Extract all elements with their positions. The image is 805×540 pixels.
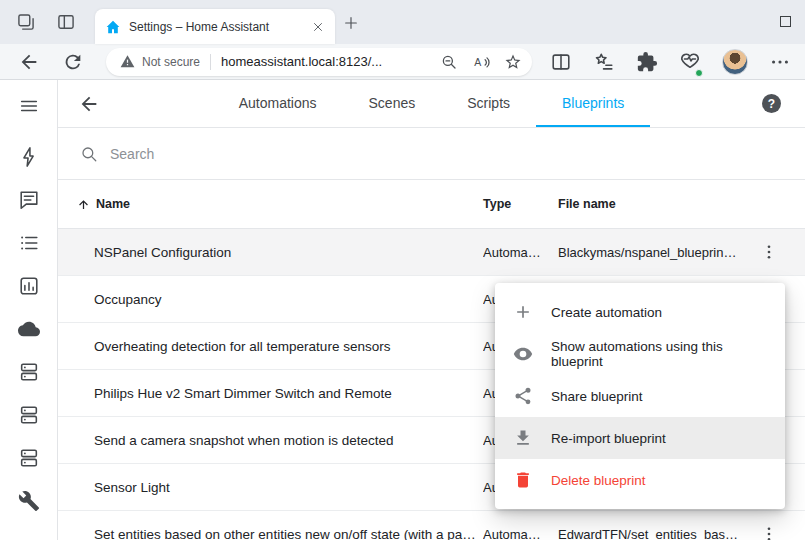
tab-scripts[interactable]: Scripts <box>441 80 536 127</box>
history-chart-icon[interactable] <box>18 275 40 297</box>
ha-sidebar <box>0 80 58 540</box>
menu-item-delete-blueprint[interactable]: Delete blueprint <box>495 459 785 501</box>
tab-close-icon[interactable] <box>311 20 325 34</box>
url-text: homeassistant.local:8123/... <box>221 54 426 69</box>
essentials-status-dot <box>695 69 703 77</box>
share-icon <box>513 386 533 406</box>
tools-wrench-icon[interactable] <box>18 490 40 512</box>
zoom-out-icon[interactable] <box>440 53 458 71</box>
menu-item-show-automations[interactable]: Show automations using this blueprint <box>495 333 785 375</box>
hub-icon-2[interactable] <box>18 404 40 426</box>
menu-item-reimport-blueprint[interactable]: Re-import blueprint <box>495 417 785 459</box>
ha-header: Automations Scenes Scripts Blueprints ? <box>58 80 805 128</box>
column-header-file[interactable]: File name <box>558 197 753 211</box>
split-screen-icon[interactable] <box>550 51 572 73</box>
workspaces-icon[interactable] <box>16 12 36 32</box>
trash-icon <box>513 470 533 490</box>
row-overflow-menu-icon[interactable] <box>760 525 778 540</box>
browser-essentials-icon <box>679 49 701 71</box>
sort-ascending-icon <box>76 197 91 212</box>
menu-item-create-automation[interactable]: Create automation <box>495 291 785 333</box>
extensions-icon[interactable] <box>636 51 658 73</box>
search-icon <box>80 145 98 163</box>
refresh-icon[interactable] <box>62 51 84 73</box>
profile-avatar[interactable] <box>722 49 748 75</box>
tab-automations[interactable]: Automations <box>213 80 343 127</box>
not-secure-warning-icon <box>120 54 135 69</box>
browser-window: Settings – Home Assistant Not secure hom… <box>0 0 805 540</box>
back-icon[interactable] <box>18 51 40 73</box>
tab-blueprints[interactable]: Blueprints <box>536 80 650 127</box>
read-aloud-icon[interactable]: A <box>472 53 490 71</box>
tab-title: Settings – Home Assistant <box>129 20 303 34</box>
energy-icon[interactable] <box>18 146 40 168</box>
ha-tab-bar: Automations Scenes Scripts Blueprints <box>58 80 805 127</box>
plus-icon <box>513 302 533 322</box>
home-assistant-app: Automations Scenes Scripts Blueprints ? … <box>0 80 805 540</box>
blueprint-context-menu: Create automation Show automations using… <box>495 283 785 509</box>
help-icon[interactable]: ? <box>762 94 781 113</box>
cloud-icon[interactable] <box>18 318 40 340</box>
security-label: Not secure <box>142 55 200 69</box>
home-assistant-favicon <box>105 19 121 35</box>
favorites-icon[interactable] <box>593 51 615 73</box>
menu-hamburger-icon[interactable] <box>18 94 40 118</box>
vertical-tabs-icon[interactable] <box>56 12 76 32</box>
browser-navbar: Not secure homeassistant.local:8123/... … <box>0 44 805 80</box>
browser-titlebar: Settings – Home Assistant <box>0 0 805 44</box>
ha-back-icon[interactable] <box>78 93 100 115</box>
favorite-star-icon[interactable] <box>504 53 522 71</box>
table-row[interactable]: Set entities based on other entities new… <box>58 511 805 540</box>
table-row[interactable]: NSPanel Configuration Automation Blackym… <box>58 229 805 276</box>
tab-scenes[interactable]: Scenes <box>343 80 442 127</box>
eye-icon <box>513 344 533 364</box>
assist-chat-icon[interactable] <box>18 189 40 211</box>
search-input[interactable] <box>110 146 805 162</box>
hub-icon-3[interactable] <box>18 447 40 469</box>
hub-icon-1[interactable] <box>18 361 40 383</box>
menu-item-share-blueprint[interactable]: Share blueprint <box>495 375 785 417</box>
logbook-icon[interactable] <box>18 232 40 254</box>
address-divider <box>210 54 211 70</box>
new-tab-icon[interactable] <box>343 15 359 31</box>
search-bar <box>58 128 805 180</box>
svg-text:A: A <box>474 55 481 67</box>
column-header-name[interactable]: Name <box>74 197 483 212</box>
row-overflow-menu-icon[interactable] <box>760 243 778 261</box>
address-bar[interactable]: Not secure homeassistant.local:8123/... … <box>106 48 532 76</box>
import-download-icon <box>513 428 533 448</box>
maximize-icon[interactable] <box>780 16 791 27</box>
browser-menu-icon[interactable] <box>769 51 791 73</box>
browser-essentials[interactable] <box>679 49 701 75</box>
browser-tab[interactable]: Settings – Home Assistant <box>95 9 335 44</box>
table-header: Name Type File name <box>58 180 805 229</box>
column-header-type[interactable]: Type <box>483 197 558 211</box>
